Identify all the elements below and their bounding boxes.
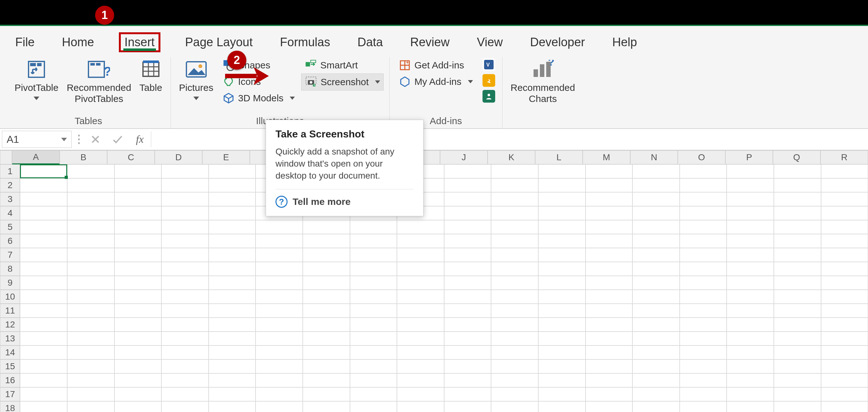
- cell[interactable]: [161, 318, 209, 332]
- cell[interactable]: [774, 164, 821, 178]
- cell[interactable]: [774, 234, 821, 248]
- cell[interactable]: [350, 220, 397, 234]
- cancel-formula-button[interactable]: [84, 129, 106, 150]
- cell[interactable]: [303, 262, 350, 276]
- cell[interactable]: [67, 234, 115, 248]
- cell[interactable]: [632, 318, 680, 332]
- cell[interactable]: [67, 318, 115, 332]
- cell[interactable]: [303, 345, 350, 359]
- tab-insert[interactable]: Insert: [119, 32, 160, 52]
- cell[interactable]: [397, 318, 444, 332]
- cell[interactable]: [67, 304, 115, 318]
- cell[interactable]: [161, 164, 209, 178]
- cell[interactable]: [161, 332, 209, 345]
- cell[interactable]: [538, 332, 586, 345]
- cell[interactable]: [538, 192, 586, 206]
- row-header[interactable]: 12: [0, 318, 20, 332]
- tab-view[interactable]: View: [474, 34, 505, 50]
- cell[interactable]: [774, 318, 821, 332]
- cell[interactable]: [821, 276, 868, 290]
- cell[interactable]: [491, 234, 538, 248]
- cell[interactable]: [586, 164, 633, 178]
- cell[interactable]: [586, 332, 633, 345]
- recommended-pivottables-button[interactable]: ? Recommended PivotTables: [64, 57, 133, 105]
- cell[interactable]: [115, 401, 162, 412]
- cell[interactable]: [726, 234, 774, 248]
- cell[interactable]: [586, 304, 633, 318]
- cell[interactable]: [726, 220, 774, 234]
- cell[interactable]: [115, 206, 162, 220]
- cell[interactable]: [255, 304, 303, 318]
- column-header[interactable]: O: [678, 150, 725, 164]
- cell[interactable]: [255, 220, 303, 234]
- cell[interactable]: [209, 262, 256, 276]
- cell[interactable]: [255, 248, 303, 262]
- cell[interactable]: [397, 359, 444, 373]
- cell[interactable]: [726, 248, 774, 262]
- cell[interactable]: [586, 262, 633, 276]
- cell[interactable]: [303, 387, 350, 401]
- insert-function-button[interactable]: fx: [129, 129, 151, 150]
- cell[interactable]: [491, 387, 538, 401]
- cell[interactable]: [680, 387, 727, 401]
- row-header[interactable]: 15: [0, 359, 20, 373]
- cell[interactable]: [586, 373, 633, 387]
- cell[interactable]: [774, 373, 821, 387]
- cell[interactable]: [209, 220, 256, 234]
- column-header[interactable]: M: [583, 150, 630, 164]
- cell[interactable]: [115, 234, 162, 248]
- column-header[interactable]: Q: [773, 150, 820, 164]
- cell[interactable]: [444, 248, 491, 262]
- cell[interactable]: [397, 332, 444, 345]
- cell[interactable]: [397, 248, 444, 262]
- cell[interactable]: [115, 318, 162, 332]
- cell[interactable]: [680, 332, 727, 345]
- cell[interactable]: [350, 318, 397, 332]
- cell[interactable]: [20, 220, 67, 234]
- cell[interactable]: [209, 345, 256, 359]
- cell[interactable]: [20, 234, 67, 248]
- cell[interactable]: [161, 373, 209, 387]
- cell[interactable]: [350, 276, 397, 290]
- cell[interactable]: [397, 401, 444, 412]
- row-header[interactable]: 6: [0, 234, 20, 248]
- cell[interactable]: [115, 276, 162, 290]
- cell[interactable]: [632, 234, 680, 248]
- cell[interactable]: [538, 206, 586, 220]
- cell[interactable]: [397, 220, 444, 234]
- cell[interactable]: [774, 276, 821, 290]
- enter-formula-button[interactable]: [106, 129, 129, 150]
- cell[interactable]: [680, 262, 727, 276]
- cell[interactable]: [444, 220, 491, 234]
- row-header[interactable]: 7: [0, 248, 20, 262]
- tab-developer[interactable]: Developer: [528, 34, 587, 50]
- tab-page-layout[interactable]: Page Layout: [183, 34, 255, 50]
- cell[interactable]: [161, 304, 209, 318]
- column-header[interactable]: E: [202, 150, 250, 164]
- row-header[interactable]: 1: [0, 164, 20, 178]
- cell[interactable]: [491, 192, 538, 206]
- cell[interactable]: [538, 276, 586, 290]
- cell[interactable]: [491, 401, 538, 412]
- cell[interactable]: [67, 345, 115, 359]
- cell[interactable]: [444, 359, 491, 373]
- cell[interactable]: [209, 178, 256, 192]
- my-addins-button[interactable]: My Add-ins: [395, 73, 476, 90]
- row-header[interactable]: 3: [0, 192, 20, 206]
- cell[interactable]: [161, 401, 209, 412]
- cell[interactable]: [726, 401, 774, 412]
- cell[interactable]: [67, 332, 115, 345]
- cell[interactable]: [821, 206, 868, 220]
- cell[interactable]: [209, 276, 256, 290]
- cell[interactable]: [632, 262, 680, 276]
- cell[interactable]: [67, 290, 115, 304]
- cell[interactable]: [115, 345, 162, 359]
- cell[interactable]: [115, 332, 162, 345]
- cell[interactable]: [538, 234, 586, 248]
- cell[interactable]: [161, 234, 209, 248]
- cell[interactable]: [632, 387, 680, 401]
- cell[interactable]: [586, 206, 633, 220]
- cell[interactable]: [255, 290, 303, 304]
- cell[interactable]: [444, 192, 491, 206]
- column-header[interactable]: P: [725, 150, 773, 164]
